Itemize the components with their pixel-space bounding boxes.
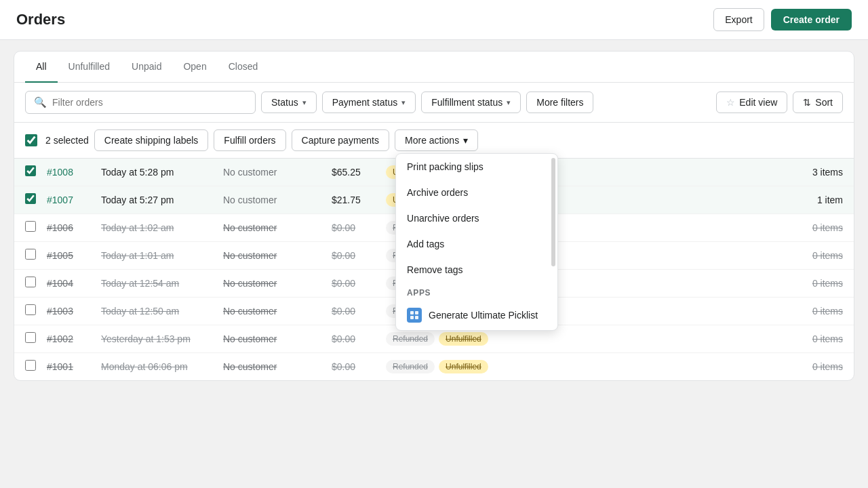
sort-button[interactable]: ⇅ Sort — [793, 92, 843, 113]
row-checkbox[interactable] — [25, 249, 36, 260]
picklist-app-icon — [407, 308, 422, 323]
status-badge: Refunded — [386, 332, 435, 346]
order-customer: No customer — [223, 195, 332, 205]
order-id[interactable]: #1005 — [47, 250, 101, 261]
order-amount: $0.00 — [332, 361, 386, 372]
order-date: Today at 5:27 pm — [101, 195, 223, 205]
more-filters-button[interactable]: More filters — [526, 92, 593, 113]
star-icon: ☆ — [726, 97, 735, 108]
order-badges: RefundedUnfulfilled — [386, 332, 789, 346]
chevron-down-icon: ▾ — [401, 98, 406, 107]
order-id[interactable]: #1003 — [47, 306, 101, 317]
dropdown-scrollbar — [551, 158, 555, 266]
row-checkbox[interactable] — [25, 304, 36, 315]
dropdown-item-archive-orders[interactable]: Archive orders — [396, 180, 557, 205]
row-checkbox[interactable] — [25, 332, 36, 343]
order-customer: No customer — [223, 361, 332, 372]
row-checkbox-wrap — [25, 332, 47, 346]
order-items: 0 items — [789, 222, 843, 233]
tabs-bar: All Unfulfilled Unpaid Open Closed — [14, 52, 854, 83]
tab-open[interactable]: Open — [172, 52, 217, 83]
order-date: Today at 1:01 am — [101, 250, 223, 261]
row-checkbox[interactable] — [25, 165, 36, 176]
order-date: Today at 12:54 am — [101, 278, 223, 289]
svg-rect-3 — [415, 316, 418, 319]
order-date: Today at 5:28 pm — [101, 167, 223, 178]
selected-count: 2 selected — [45, 135, 89, 146]
dropdown-item-add-tags[interactable]: Add tags — [396, 231, 557, 257]
order-customer: No customer — [223, 278, 332, 289]
edit-view-button[interactable]: ☆ Edit view — [716, 92, 787, 113]
chevron-down-icon: ▾ — [463, 135, 468, 146]
tab-closed[interactable]: Closed — [218, 52, 269, 83]
row-checkbox[interactable] — [25, 360, 36, 371]
order-id[interactable]: #1004 — [47, 278, 101, 289]
dropdown-section-apps: APPS — [396, 283, 557, 300]
create-order-button[interactable]: Create order — [771, 9, 852, 30]
top-bar-actions: Export Create order — [713, 8, 852, 31]
order-items: 0 items — [789, 333, 843, 344]
search-input[interactable] — [52, 97, 247, 108]
order-items: 0 items — [789, 250, 843, 261]
order-id[interactable]: #1006 — [47, 222, 101, 233]
select-all-checkbox[interactable] — [25, 134, 37, 146]
create-shipping-labels-button[interactable]: Create shipping labels — [94, 129, 209, 151]
row-checkbox-wrap — [25, 277, 47, 290]
order-badges: RefundedUnfulfilled — [386, 360, 789, 373]
status-badge: Unfulfilled — [439, 360, 488, 373]
svg-rect-0 — [410, 311, 414, 314]
order-items: 1 item — [789, 195, 843, 205]
more-actions-button[interactable]: More actions ▾ Print packing slips Archi… — [395, 129, 478, 151]
search-box: 🔍 — [25, 91, 256, 114]
order-customer: No customer — [223, 333, 332, 344]
order-id[interactable]: #1001 — [47, 361, 101, 372]
tab-all[interactable]: All — [25, 52, 58, 83]
tab-unfulfilled[interactable]: Unfulfilled — [58, 52, 121, 83]
order-id[interactable]: #1007 — [47, 195, 101, 205]
svg-rect-1 — [415, 311, 418, 314]
fulfillment-status-filter-button[interactable]: Fulfillment status ▾ — [421, 92, 521, 113]
tab-unpaid[interactable]: Unpaid — [121, 52, 172, 83]
filters-row: 🔍 Status ▾ Payment status ▾ Fulfillment … — [14, 83, 854, 123]
order-date: Today at 12:50 am — [101, 306, 223, 317]
svg-rect-2 — [410, 316, 414, 319]
fulfill-orders-button[interactable]: Fulfill orders — [214, 129, 285, 151]
order-amount: $0.00 — [332, 278, 386, 289]
row-checkbox[interactable] — [25, 193, 36, 204]
page-title: Orders — [16, 11, 65, 28]
table-row: #1001 Monday at 06:06 pm No customer $0.… — [14, 353, 854, 380]
dropdown-item-generate-picklist[interactable]: Generate Ultimate Picklist — [396, 300, 557, 330]
row-checkbox-wrap — [25, 304, 47, 318]
dropdown-item-remove-tags[interactable]: Remove tags — [396, 257, 557, 283]
order-date: Yesterday at 1:53 pm — [101, 333, 223, 344]
status-badge: Unfulfilled — [439, 332, 488, 346]
row-checkbox[interactable] — [25, 277, 36, 287]
main-card: All Unfulfilled Unpaid Open Closed 🔍 Sta… — [14, 51, 854, 381]
chevron-down-icon: ▾ — [507, 98, 511, 107]
order-items: 0 items — [789, 361, 843, 372]
status-badge: Refunded — [386, 360, 435, 373]
order-customer: No customer — [223, 250, 332, 261]
row-checkbox-wrap — [25, 221, 47, 235]
order-date: Today at 1:02 am — [101, 222, 223, 233]
order-amount: $0.00 — [332, 306, 386, 317]
chevron-down-icon: ▾ — [302, 98, 307, 107]
order-amount: $65.25 — [332, 167, 386, 178]
order-items: 0 items — [789, 278, 843, 289]
payment-status-filter-button[interactable]: Payment status ▾ — [322, 92, 416, 113]
order-id[interactable]: #1008 — [47, 167, 101, 178]
row-checkbox-wrap — [25, 249, 47, 262]
order-id[interactable]: #1002 — [47, 333, 101, 344]
order-amount: $0.00 — [332, 333, 386, 344]
row-checkbox[interactable] — [25, 221, 36, 232]
dropdown-item-print-packing-slips[interactable]: Print packing slips — [396, 154, 557, 180]
capture-payments-button[interactable]: Capture payments — [292, 129, 389, 151]
row-checkbox-wrap — [25, 360, 47, 373]
status-filter-button[interactable]: Status ▾ — [261, 92, 317, 113]
dropdown-item-unarchive-orders[interactable]: Unarchive orders — [396, 205, 557, 231]
order-amount: $21.75 — [332, 195, 386, 205]
order-amount: $0.00 — [332, 250, 386, 261]
order-amount: $0.00 — [332, 222, 386, 233]
export-button[interactable]: Export — [713, 8, 764, 31]
action-bar: 2 selected Create shipping labels Fulfil… — [14, 123, 854, 159]
